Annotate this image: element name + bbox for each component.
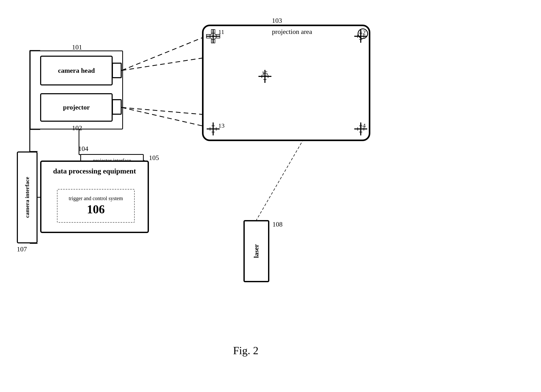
label-102: 102 [72, 124, 82, 132]
projection-area-label: projection area [272, 28, 312, 36]
label-103: 103 [272, 17, 282, 25]
projector-box: projector [40, 93, 113, 122]
label-15: 15 [262, 70, 268, 77]
label-12: 12 [359, 29, 366, 36]
dpe-label: data processing equipment [41, 167, 148, 175]
camera-interface-box: camera interface [17, 151, 38, 243]
diagram-container: 101 camera head projector 102 104 projec… [0, 0, 541, 392]
trigger-label: trigger and control system [66, 195, 125, 201]
svg-line-7 [122, 34, 212, 70]
camera-head-box: camera head [40, 56, 113, 85]
trigger-number: 106 [87, 202, 105, 216]
label-104: 104 [78, 145, 88, 153]
projection-area-box [202, 25, 370, 141]
label-11: 11 [218, 28, 224, 35]
label-108: 108 [272, 221, 283, 228]
camera-interface-label: camera interface [24, 177, 31, 218]
svg-line-9 [122, 107, 212, 128]
laser-label: laser [253, 244, 260, 258]
label-14: 14 [359, 122, 366, 129]
camera-head-label: camera head [58, 67, 95, 75]
projector-lens [112, 99, 122, 115]
label-105: 105 [149, 154, 159, 162]
fig-label: Fig. 2 [233, 344, 258, 357]
trigger-box: trigger and control system 106 [57, 189, 135, 223]
label-107: 107 [17, 245, 27, 253]
label-101: 101 [72, 43, 82, 51]
laser-box: laser [243, 220, 269, 282]
label-13: 13 [218, 122, 225, 129]
camera-head-lens [112, 63, 122, 78]
projector-label: projector [63, 104, 90, 111]
